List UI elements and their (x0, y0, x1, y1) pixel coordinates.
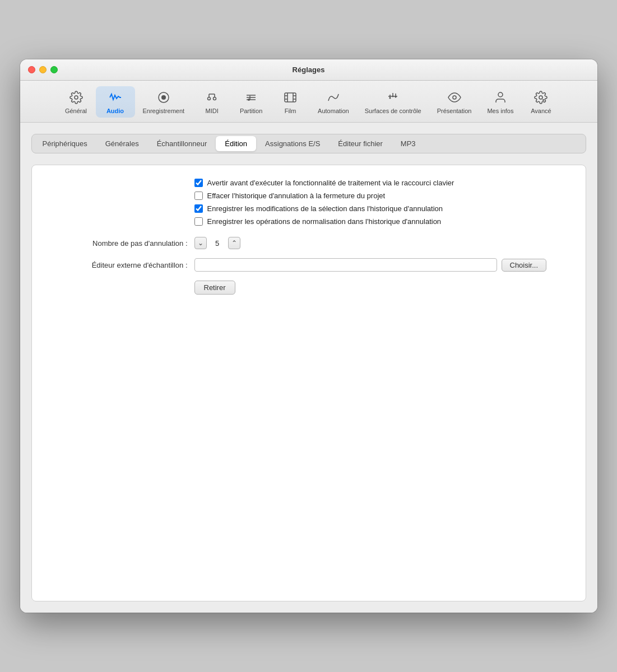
checkbox-label-avertir: Avertir avant d'exécuter la fonctionnali… (207, 179, 454, 187)
content-area: Périphériques Générales Échantillonneur … (20, 123, 597, 613)
tab-peripheriques[interactable]: Périphériques (34, 136, 96, 151)
svg-point-29 (539, 96, 542, 99)
stepper-label: Nombre de pas d'annulation : (49, 239, 194, 248)
toolbar-item-surfaces[interactable]: Surfaces de contrôle (357, 86, 429, 118)
toolbar-item-avance[interactable]: Avancé (521, 86, 560, 118)
toolbar-item-film[interactable]: Film (271, 86, 310, 118)
close-button[interactable] (28, 66, 35, 73)
checkbox-label-effacer: Effacer l'historique d'annulation à la f… (207, 192, 386, 200)
toolbar-label-film: Film (285, 108, 296, 114)
checkbox-enregistrer-modif[interactable] (194, 204, 203, 213)
tab-edition[interactable]: Édition (216, 136, 256, 151)
retirer-button[interactable]: Retirer (194, 281, 235, 295)
svg-point-26 (395, 96, 397, 98)
window-title: Réglages (293, 66, 325, 74)
checkbox-effacer[interactable] (194, 192, 203, 200)
svg-point-3 (208, 97, 211, 100)
svg-point-4 (214, 97, 216, 100)
automation-icon (326, 90, 341, 105)
external-editor-input[interactable] (194, 258, 497, 272)
toolbar-label-audio: Audio (106, 108, 124, 114)
svg-rect-13 (285, 93, 296, 102)
checkbox-row-enregistrer-modif: Enregistrer les modifications de la séle… (194, 204, 569, 213)
toolbar-label-partition: Partition (240, 108, 262, 114)
record-icon (156, 90, 171, 105)
tab-editeur-fichier[interactable]: Éditeur fichier (329, 136, 391, 151)
svg-point-28 (498, 92, 503, 97)
choose-button[interactable]: Choisir... (502, 259, 547, 272)
stepper-row: Nombre de pas d'annulation : ⌄ 5 ⌃ (49, 237, 569, 249)
titlebar: Réglages (20, 59, 597, 81)
svg-point-27 (453, 96, 456, 99)
settings-panel: Avertir avant d'exécuter la fonctionnali… (31, 165, 586, 601)
partition-icon (243, 90, 259, 105)
checkbox-avertir[interactable] (194, 179, 203, 187)
external-editor-row: Éditeur externe d'échantillon : Choisir.… (49, 258, 569, 272)
toolbar-item-general[interactable]: Général (57, 86, 96, 118)
toolbar-item-automation[interactable]: Automation (310, 86, 357, 118)
svg-point-0 (75, 96, 78, 99)
settings-window: Réglages Général Audio (20, 59, 597, 613)
stepper-increment[interactable]: ⌃ (228, 237, 240, 249)
toolbar: Général Audio Enregistrement (20, 81, 597, 123)
tab-generales[interactable]: Générales (96, 136, 148, 151)
toolbar-label-presentation: Présentation (437, 108, 472, 114)
toolbar-item-presentation[interactable]: Présentation (429, 86, 480, 118)
checkbox-row-effacer: Effacer l'historique d'annulation à la f… (194, 192, 569, 200)
tab-mp3[interactable]: MP3 (392, 136, 425, 151)
toolbar-label-automation: Automation (318, 108, 349, 114)
toolbar-item-partition[interactable]: Partition (231, 86, 271, 118)
surfaces-icon (385, 90, 401, 105)
external-editor-label: Éditeur externe d'échantillon : (49, 261, 194, 269)
checkbox-row-enregistrer-oper: Enregistrer les opérations de normalisat… (194, 217, 569, 226)
tab-assignations[interactable]: Assignations E/S (256, 136, 329, 151)
checkbox-label-enregistrer-oper: Enregistrer les opérations de normalisat… (207, 217, 442, 226)
audio-icon (108, 90, 123, 105)
person-icon (493, 90, 508, 105)
toolbar-label-midi: MIDI (205, 108, 218, 114)
toolbar-item-audio[interactable]: Audio (96, 86, 135, 118)
toolbar-label-surfaces: Surfaces de contrôle (365, 108, 421, 114)
tab-bar: Périphériques Générales Échantillonneur … (31, 134, 586, 153)
toolbar-label-mesinfos: Mes infos (487, 108, 513, 114)
window-controls (28, 66, 58, 73)
midi-icon (204, 90, 220, 105)
stepper-value: 5 (209, 239, 226, 248)
toolbar-label-general: Général (65, 108, 87, 114)
svg-point-2 (161, 95, 166, 100)
gear-icon (68, 90, 84, 105)
film-icon (282, 90, 298, 105)
svg-point-30 (542, 99, 544, 101)
stepper-decrement[interactable]: ⌄ (194, 237, 207, 249)
toolbar-item-midi[interactable]: MIDI (192, 86, 231, 118)
toolbar-label-avance: Avancé (531, 108, 551, 114)
stepper-control: ⌄ 5 ⌃ (194, 237, 240, 249)
minimize-button[interactable] (39, 66, 47, 73)
toolbar-item-enregistrement[interactable]: Enregistrement (135, 86, 193, 118)
retirer-row: Retirer (49, 281, 569, 295)
svg-point-24 (392, 96, 394, 97)
advanced-icon (533, 90, 549, 105)
checkbox-row-avertir: Avertir avant d'exécuter la fonctionnali… (194, 179, 569, 187)
tab-echantillonneur[interactable]: Échantillonneur (148, 136, 216, 151)
checkbox-label-enregistrer-modif: Enregistrer les modifications de la séle… (207, 204, 443, 213)
maximize-button[interactable] (50, 66, 58, 73)
toolbar-item-mesinfos[interactable]: Mes infos (479, 86, 521, 118)
checkboxes-section: Avertir avant d'exécuter la fonctionnali… (194, 179, 569, 226)
toolbar-label-enregistrement: Enregistrement (143, 108, 185, 114)
eye-icon (447, 90, 462, 105)
svg-point-25 (389, 97, 391, 99)
checkbox-enregistrer-oper[interactable] (194, 217, 203, 226)
